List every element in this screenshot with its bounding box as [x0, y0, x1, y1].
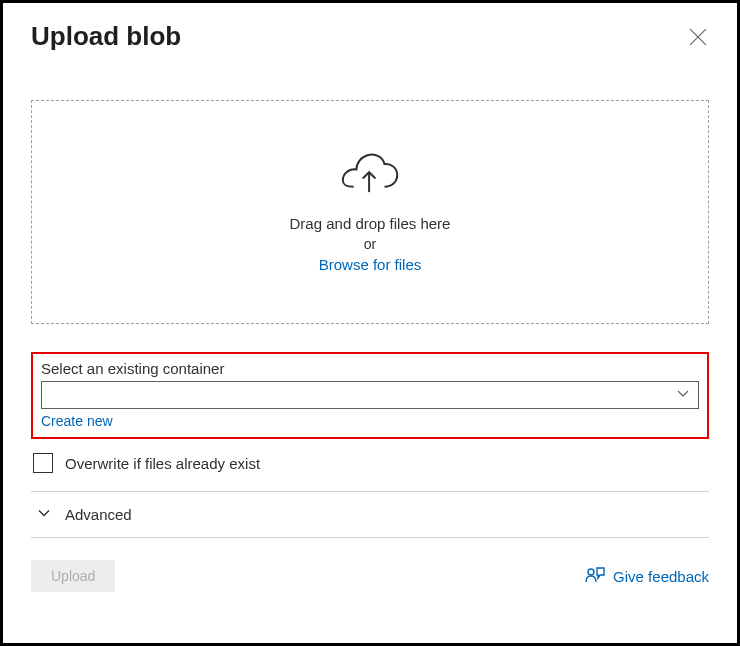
svg-point-3 — [588, 569, 594, 575]
overwrite-checkbox[interactable] — [33, 453, 53, 473]
drag-drop-text: Drag and drop files here — [290, 215, 451, 232]
chevron-down-icon — [37, 506, 51, 523]
panel-header: Upload blob — [31, 21, 709, 52]
cloud-upload-icon — [341, 152, 399, 199]
or-text: or — [364, 236, 376, 252]
container-select[interactable] — [41, 381, 699, 409]
container-section-highlight: Select an existing container Create new — [31, 352, 709, 439]
upload-button[interactable]: Upload — [31, 560, 115, 592]
file-dropzone[interactable]: Drag and drop files here or Browse for f… — [31, 100, 709, 324]
overwrite-label: Overwrite if files already exist — [65, 455, 260, 472]
give-feedback-link[interactable]: Give feedback — [585, 565, 709, 588]
feedback-label: Give feedback — [613, 568, 709, 585]
panel-footer: Upload Give feedback — [31, 560, 709, 592]
feedback-icon — [585, 565, 605, 588]
chevron-down-icon — [676, 387, 690, 404]
advanced-toggle[interactable]: Advanced — [31, 492, 709, 537]
divider — [31, 537, 709, 538]
overwrite-checkbox-row: Overwrite if files already exist — [31, 453, 709, 473]
create-new-link[interactable]: Create new — [41, 413, 699, 429]
close-button[interactable] — [687, 27, 709, 49]
upload-blob-panel: Upload blob Drag and drop files here or … — [0, 0, 740, 646]
container-field-label: Select an existing container — [41, 360, 699, 377]
panel-title: Upload blob — [31, 21, 181, 52]
close-icon — [689, 28, 707, 49]
advanced-label: Advanced — [65, 506, 132, 523]
browse-files-link[interactable]: Browse for files — [319, 256, 422, 273]
